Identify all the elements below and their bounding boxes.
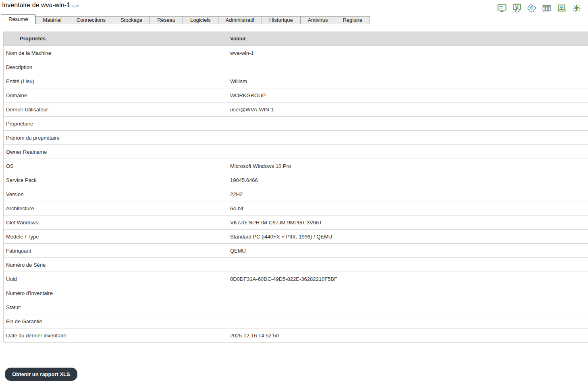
property-label: Architecture: [4, 205, 230, 211]
property-label: Domaine: [4, 92, 230, 98]
xls-report-button[interactable]: Obtenir un rapport XLS: [5, 368, 77, 381]
property-label: Uuid: [4, 276, 230, 282]
property-label: Version: [4, 191, 230, 197]
display-summary-icon[interactable]: [497, 3, 507, 13]
property-value: QEMU: [230, 248, 588, 254]
table-row: Clef Windows VK7JG-NPHTM-C97JM-9MPGT-3V6…: [4, 215, 588, 230]
property-label: OS: [4, 163, 230, 169]
table-row: Dernier Utilisateur user@WVA-WIN-1: [4, 102, 588, 117]
tab-reseau[interactable]: Réseau: [150, 16, 183, 24]
table-row: OS Microsoft Windows 10 Pro: [4, 159, 588, 173]
property-label: Prénom du propriétaire: [4, 135, 230, 141]
property-value: wva-win-1: [230, 50, 588, 56]
property-label: Numéro de Série: [4, 262, 230, 268]
tab-bar: Résumé Matériel Connections Stockage Rés…: [0, 15, 588, 24]
table-row: Propriétaire: [4, 117, 588, 131]
server-rack-icon[interactable]: [541, 3, 552, 13]
property-label: Date du dernier inventaire: [4, 333, 230, 339]
page-header: Inventaire de wva-win-1glpi: [0, 0, 588, 15]
tab-logiciels[interactable]: Logiciels: [183, 16, 218, 24]
table-row: Version 22H2: [4, 187, 588, 201]
property-value: user@WVA-WIN-1: [230, 107, 588, 113]
table-row: Statut:: [4, 300, 588, 314]
column-header-value: Valeur: [230, 36, 588, 42]
property-value: 0D0DF31A-60DC-49D5-822E-36282210F5BF: [230, 276, 588, 282]
column-header-properties: Propriétés: [4, 36, 230, 42]
property-value: Standard PC (i440FX + PIIX, 1996) / QEMU: [230, 234, 588, 240]
property-label: Entité (Lieu): [4, 78, 230, 84]
snmp-cloud-icon[interactable]: [526, 3, 537, 13]
laptop-settings-icon[interactable]: [556, 3, 567, 13]
tab-administratif[interactable]: Administratif: [218, 16, 262, 24]
table-row: Architecture 64-bit: [4, 201, 588, 215]
property-label: Propriétaire: [4, 121, 230, 127]
property-label: Fin de Garantie: [4, 318, 230, 324]
property-value: 64-bit: [230, 205, 588, 211]
tab-materiel[interactable]: Matériel: [35, 16, 69, 24]
table-row: Modèle / Type Standard PC (i440FX + PIIX…: [4, 230, 588, 244]
remote-touch-config-icon[interactable]: [511, 3, 522, 13]
table-header-row: Propriétés Valeur: [4, 31, 588, 46]
table-row: Uuid 0D0DF31A-60DC-49D5-822E-36282210F5B…: [4, 272, 588, 286]
page-title: Inventaire de wva-win-1: [2, 2, 70, 8]
tab-stockage[interactable]: Stockage: [113, 16, 150, 24]
tab-historique[interactable]: Historique: [262, 16, 301, 24]
wake-on-lan-icon[interactable]: [571, 3, 582, 13]
table-row: Nom de la Machine wva-win-1: [4, 46, 588, 60]
property-label: Statut:: [4, 304, 230, 310]
property-label: Description: [4, 64, 230, 70]
property-label: Dernier Utilisateur: [4, 107, 230, 113]
table-row: Owner Realname: [4, 145, 588, 159]
tab-antivirus[interactable]: Antivirus: [300, 16, 336, 24]
property-value: VK7JG-NPHTM-C97JM-9MPGT-3V66T: [230, 220, 588, 226]
property-label: Nom de la Machine: [4, 50, 230, 56]
table-row: Prénom du propriétaire: [4, 131, 588, 145]
property-label: Service Pack: [4, 177, 230, 183]
glpi-link[interactable]: glpi: [72, 3, 79, 8]
property-label: Fabriquant: [4, 248, 230, 254]
property-value: 2025-12-16 14:52:50: [230, 333, 588, 339]
property-label: Clef Windows: [4, 220, 230, 226]
table-row: Numéro d'inventaire: [4, 286, 588, 300]
property-label: Owner Realname: [4, 149, 230, 155]
page-title-wrap: Inventaire de wva-win-1glpi: [2, 1, 79, 9]
tab-registre[interactable]: Registre: [335, 16, 370, 24]
property-value: WORKGROUP: [230, 92, 588, 98]
property-value: 22H2: [230, 191, 588, 197]
icon-toolbar: [497, 3, 582, 13]
table-row: Numéro de Série: [4, 258, 588, 272]
tab-connections[interactable]: Connections: [69, 16, 113, 24]
table-row: Entité (Lieu) William: [4, 74, 588, 88]
table-row: Date du dernier inventaire 2025-12-16 14…: [4, 328, 588, 343]
property-value: 19045.6466: [230, 177, 588, 183]
table-row: Fin de Garantie: [4, 314, 588, 328]
property-value: William: [230, 78, 588, 84]
properties-table: Propriétés Valeur Nom de la Machine wva-…: [3, 31, 588, 343]
tab-resume[interactable]: Résumé: [1, 15, 35, 24]
property-label: Modèle / Type: [4, 234, 230, 240]
property-value: Microsoft Windows 10 Pro: [230, 163, 588, 169]
table-row: Fabriquant QEMU: [4, 244, 588, 258]
table-row: Description: [4, 60, 588, 74]
property-label: Numéro d'inventaire: [4, 290, 230, 296]
table-row: Service Pack 19045.6466: [4, 173, 588, 187]
table-row: Domaine WORKGROUP: [4, 88, 588, 102]
